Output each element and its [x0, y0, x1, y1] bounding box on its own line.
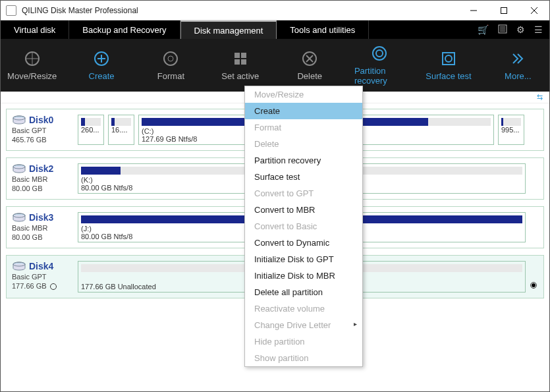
tool-partition-recovery[interactable]: Partition recovery: [354, 45, 404, 86]
menu-item: Show partition: [245, 350, 362, 366]
disk-size: 177.66 GB: [12, 282, 78, 290]
partition-recovery-icon: [371, 45, 388, 62]
close-button[interactable]: [519, 1, 549, 20]
svg-point-22: [445, 55, 452, 62]
disk-icon: [12, 212, 26, 223]
usage-bar: [111, 118, 131, 126]
tool-label: Surface test: [426, 71, 471, 81]
menu-item[interactable]: Create: [245, 103, 362, 119]
tool-label: Format: [157, 71, 184, 81]
tool-set-active[interactable]: Set active: [215, 50, 265, 81]
disk-type: Basic GPT: [12, 273, 78, 281]
gear-icon[interactable]: ⚙: [516, 24, 525, 35]
menu-item[interactable]: Surface test: [245, 169, 362, 185]
usage-bar: [81, 118, 101, 126]
context-menu: Move/ResizeCreateFormatDeletePartition r…: [244, 86, 363, 367]
disk-icon: [12, 163, 26, 174]
tool-label: Partition recovery: [354, 66, 404, 86]
disk-name: Disk4: [29, 261, 53, 271]
create-icon: [93, 50, 110, 67]
menu-item: Move/Resize: [245, 86, 362, 103]
surface-test-icon: [440, 50, 457, 67]
disk-size: 80.00 GB: [12, 184, 78, 192]
menu-item: Hide partition: [245, 333, 362, 350]
tab-tools-utilities[interactable]: Tools and utilities: [277, 20, 369, 39]
tool-delete[interactable]: Delete: [285, 50, 335, 81]
util-icons: 🛒 ⚙ ☰: [471, 20, 549, 39]
list-icon[interactable]: [498, 24, 507, 36]
svg-point-19: [373, 47, 386, 60]
tool-move-resize[interactable]: Move/Resize: [7, 50, 57, 81]
tool-label: Set active: [221, 71, 259, 81]
menu-item[interactable]: Convert to Dynamic: [245, 235, 362, 251]
svg-point-10: [164, 52, 177, 65]
disk-info: Disk3Basic MBR80.00 GB: [12, 212, 78, 242]
menu-item[interactable]: Initialize Disk to MBR: [245, 267, 362, 284]
titlebar: QILING Disk Master Professional: [1, 1, 549, 20]
menu-item: Change Drive Letter: [245, 317, 362, 333]
format-icon: [162, 50, 179, 67]
disk-name: Disk3: [29, 212, 53, 223]
menu-item[interactable]: Convert to MBR: [245, 202, 362, 218]
svg-rect-14: [234, 59, 240, 65]
row-radio[interactable]: [529, 261, 538, 293]
delete-icon: [301, 50, 318, 67]
disk-type: Basic GPT: [12, 126, 78, 134]
app-icon: [6, 5, 16, 16]
svg-rect-21: [443, 53, 454, 65]
set-active-icon: [232, 50, 249, 67]
tool-create[interactable]: Create: [76, 50, 126, 81]
refresh-icon[interactable]: ⇆: [537, 93, 543, 101]
maximize-button[interactable]: [489, 1, 519, 20]
partition-sub: 260...: [78, 126, 103, 135]
disk-type: Basic MBR: [12, 175, 78, 183]
svg-rect-1: [501, 7, 507, 13]
tool-format[interactable]: Format: [146, 50, 196, 81]
cart-icon[interactable]: 🛒: [478, 24, 489, 35]
disk-size: 465.76 GB: [12, 136, 78, 144]
svg-rect-13: [241, 53, 246, 58]
window-buttons: [458, 1, 549, 20]
toolbar: Move/Resize Create Format Set active Del…: [1, 39, 549, 92]
menu-item: Convert to Basic: [245, 218, 362, 235]
menu-item: Convert to GPT: [245, 185, 362, 202]
partition[interactable]: 995...: [498, 115, 524, 145]
window-title: QILING Disk Master Professional: [22, 6, 458, 15]
partition[interactable]: 16....: [108, 115, 134, 145]
disk-name: Disk2: [29, 163, 53, 174]
disk-info: Disk4Basic GPT177.66 GB: [12, 261, 78, 293]
partition[interactable]: 260...: [78, 115, 104, 145]
menu-item[interactable]: Initialize Disk to GPT: [245, 251, 362, 267]
tool-label: More...: [505, 71, 531, 81]
tool-more[interactable]: More...: [493, 50, 543, 81]
svg-rect-15: [241, 59, 246, 65]
svg-point-20: [376, 50, 383, 57]
tab-label: Disk management: [194, 26, 263, 36]
tool-surface-test[interactable]: Surface test: [424, 50, 473, 81]
svg-rect-12: [234, 53, 240, 58]
tab-virtual-disk[interactable]: Virtual disk: [1, 20, 69, 39]
disk-type: Basic MBR: [12, 224, 78, 232]
svg-point-11: [168, 56, 173, 61]
move-resize-icon: [24, 50, 41, 67]
disk-icon: [12, 115, 26, 125]
menu-item[interactable]: Delete all partition: [245, 284, 362, 300]
tool-label: Create: [89, 71, 115, 81]
menu-item: Format: [245, 119, 362, 136]
menu-item: Reactivate volume: [245, 300, 362, 317]
menu-item[interactable]: Partition recovery: [245, 152, 362, 169]
disk-info: Disk0Basic GPT465.76 GB: [12, 115, 78, 145]
radio-icon[interactable]: [50, 283, 57, 290]
tab-label: Virtual disk: [14, 25, 55, 35]
tab-label: Backup and Recovery: [82, 25, 166, 35]
disk-info: Disk2Basic MBR80.00 GB: [12, 163, 78, 194]
tabbar: Virtual disk Backup and Recovery Disk ma…: [1, 20, 549, 39]
partition-sub: 16....: [109, 126, 134, 135]
menu-icon[interactable]: ☰: [534, 24, 543, 35]
tab-disk-management[interactable]: Disk management: [180, 20, 277, 39]
tab-backup-recovery[interactable]: Backup and Recovery: [69, 20, 180, 39]
disk-icon: [12, 261, 26, 271]
partition-sub: 995...: [499, 126, 524, 135]
tool-label: Move/Resize: [7, 71, 57, 81]
minimize-button[interactable]: [458, 1, 489, 20]
